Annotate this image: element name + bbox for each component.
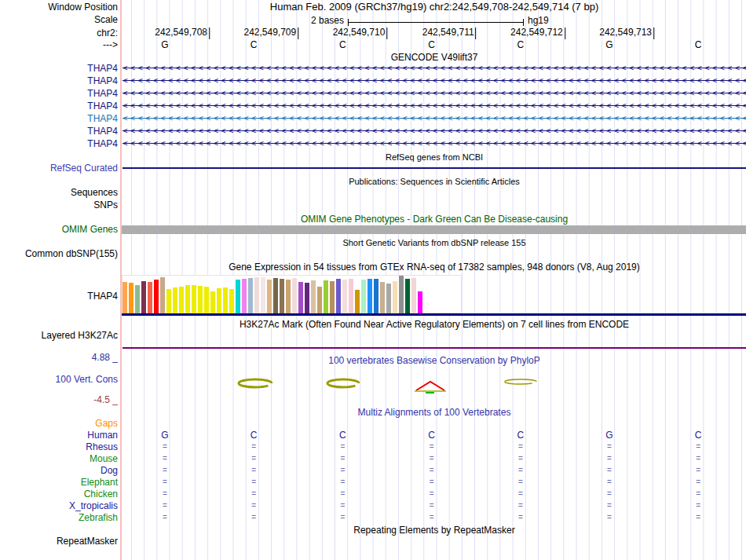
gtex-tissue-bar[interactable] bbox=[204, 287, 209, 313]
gtex-tissue-bar[interactable] bbox=[349, 279, 353, 313]
gtex-tissue-bar[interactable] bbox=[129, 283, 133, 313]
species-label-mouse[interactable]: Mouse bbox=[0, 453, 118, 464]
gtex-track-title: Gene Expression in 54 tissues from GTEx … bbox=[123, 262, 746, 273]
transcript-exon-line[interactable]: <<<<<<<<<<<<<<<<<<<<<<<<<<<<<<<<<<<<<<<<… bbox=[123, 137, 746, 150]
gtex-tissue-bar[interactable] bbox=[361, 280, 366, 313]
transcript-exon-line[interactable]: <<<<<<<<<<<<<<<<<<<<<<<<<<<<<<<<<<<<<<<<… bbox=[123, 100, 746, 112]
gtex-tissue-bar[interactable] bbox=[286, 280, 291, 313]
gtex-tissue-bar[interactable] bbox=[342, 280, 347, 313]
transcript-exon-line[interactable]: <<<<<<<<<<<<<<<<<<<<<<<<<<<<<<<<<<<<<<<<… bbox=[123, 87, 746, 100]
gtex-tissue-bar[interactable] bbox=[305, 283, 309, 313]
gtex-tissue-bar[interactable] bbox=[386, 284, 391, 313]
alignment-identity-mark: = bbox=[696, 467, 700, 474]
gtex-tissue-bar[interactable] bbox=[324, 280, 328, 313]
gtex-tissue-bar[interactable] bbox=[380, 282, 385, 313]
gtex-tissue-bar[interactable] bbox=[242, 279, 247, 313]
gtex-tissue-bar[interactable] bbox=[298, 282, 303, 313]
alignment-identity-mark: = bbox=[163, 502, 167, 510]
gtex-tissue-bar[interactable] bbox=[248, 278, 253, 313]
multiz-track-title: Multiz Alignments of 100 Vertebrates bbox=[123, 407, 746, 418]
gtex-tissue-bar[interactable] bbox=[261, 277, 265, 313]
gtex-tissue-bar[interactable] bbox=[267, 280, 272, 313]
gtex-gene-label[interactable]: THAP4 bbox=[0, 291, 118, 302]
omim-genes-label[interactable]: OMIM Genes bbox=[0, 224, 118, 235]
gtex-tissue-bar[interactable] bbox=[418, 291, 422, 313]
transcript-label[interactable]: THAP4 bbox=[0, 113, 118, 124]
gtex-tissue-bar[interactable] bbox=[311, 280, 316, 313]
gtex-tissue-bar[interactable] bbox=[185, 285, 190, 313]
transcript-label[interactable]: THAP4 bbox=[0, 101, 118, 112]
gtex-tissue-bar[interactable] bbox=[192, 285, 196, 313]
gtex-tissue-bar[interactable] bbox=[210, 291, 215, 313]
gtex-tissue-bar[interactable] bbox=[273, 278, 278, 313]
gtex-tissue-bar[interactable] bbox=[148, 282, 152, 313]
gtex-tissue-bar[interactable] bbox=[135, 285, 140, 313]
species-label-human[interactable]: Human bbox=[0, 430, 118, 441]
alignment-identity-mark: = bbox=[340, 443, 345, 451]
transcript-label[interactable]: THAP4 bbox=[0, 126, 118, 137]
gtex-tissue-bar[interactable] bbox=[355, 290, 360, 313]
omim-gene-bar[interactable] bbox=[122, 225, 746, 234]
species-label-zebrafish[interactable]: Zebrafish bbox=[0, 512, 118, 523]
gtex-tissue-bar[interactable] bbox=[217, 288, 221, 313]
species-label-x_tropicalis[interactable]: X_tropicalis bbox=[0, 500, 118, 511]
transcript-exon-line[interactable]: <<<<<<<<<<<<<<<<<<<<<<<<<<<<<<<<<<<<<<<<… bbox=[123, 112, 746, 125]
transcript-label[interactable]: THAP4 bbox=[0, 63, 118, 74]
gtex-tissue-bar[interactable] bbox=[123, 282, 127, 313]
alignment-identity-mark: = bbox=[430, 467, 434, 474]
gtex-tissue-bar[interactable] bbox=[160, 277, 165, 313]
gtex-tissue-bar[interactable] bbox=[166, 289, 171, 313]
gtex-tissue-bar[interactable] bbox=[405, 279, 410, 313]
repeatmasker-track-title: Repeating Elements by RepeatMasker bbox=[123, 525, 746, 536]
multiz-gaps-label[interactable]: Gaps bbox=[0, 418, 118, 429]
h3k27ac-signal-line[interactable] bbox=[123, 347, 746, 349]
gtex-tissue-bar[interactable] bbox=[330, 281, 335, 313]
transcript-exon-line[interactable]: <<<<<<<<<<<<<<<<<<<<<<<<<<<<<<<<<<<<<<<<… bbox=[123, 62, 746, 75]
refseq-curated-label[interactable]: RefSeq Curated bbox=[0, 163, 118, 174]
transcript-label[interactable]: THAP4 bbox=[0, 138, 118, 149]
gtex-tissue-bar[interactable] bbox=[236, 280, 240, 313]
gtex-tissue-bar[interactable] bbox=[141, 281, 146, 313]
alignment-identity-mark: = bbox=[163, 478, 167, 486]
alignment-identity-mark: = bbox=[607, 514, 612, 522]
species-label-rhesus[interactable]: Rhesus bbox=[0, 441, 118, 452]
gtex-tissue-bar[interactable] bbox=[317, 287, 322, 313]
gtex-tissue-bar[interactable] bbox=[154, 280, 159, 313]
transcript-label[interactable]: THAP4 bbox=[0, 75, 118, 86]
species-label-dog[interactable]: Dog bbox=[0, 465, 118, 476]
gtex-tissue-bar[interactable] bbox=[173, 287, 177, 313]
gtex-tissue-bar[interactable] bbox=[198, 286, 203, 313]
gtex-tissue-bar[interactable] bbox=[374, 279, 378, 313]
species-label-chicken[interactable]: Chicken bbox=[0, 489, 118, 500]
gtex-tissue-bar[interactable] bbox=[411, 278, 416, 313]
aligned-base: G bbox=[605, 430, 613, 441]
snps-label[interactable]: SNPs bbox=[0, 199, 118, 210]
gencode-track-title: GENCODE V49lift37 bbox=[123, 52, 746, 63]
aligned-base: C bbox=[517, 430, 524, 441]
phylop-track-label[interactable]: 100 Vert. Cons bbox=[0, 374, 118, 385]
gtex-tissue-bar[interactable] bbox=[368, 279, 372, 313]
gtex-tissue-bar[interactable] bbox=[399, 276, 404, 313]
common-dbsnp-label[interactable]: Common dbSNP(155) bbox=[0, 248, 118, 259]
repeatmasker-label[interactable]: RepeatMasker bbox=[0, 536, 118, 547]
sequences-label[interactable]: Sequences bbox=[0, 187, 118, 198]
transcript-exon-line[interactable]: <<<<<<<<<<<<<<<<<<<<<<<<<<<<<<<<<<<<<<<<… bbox=[123, 125, 746, 137]
gtex-tissue-bar[interactable] bbox=[280, 279, 284, 313]
refseq-curated-item[interactable] bbox=[123, 167, 746, 169]
gtex-tissue-bar[interactable] bbox=[229, 289, 234, 313]
alignment-identity-mark: = bbox=[696, 443, 700, 451]
gtex-tissue-bar[interactable] bbox=[223, 287, 228, 313]
gtex-tissue-bar[interactable] bbox=[336, 279, 341, 313]
transcript-label[interactable]: THAP4 bbox=[0, 88, 118, 99]
gtex-tissue-bar[interactable] bbox=[292, 278, 297, 313]
transcript-exon-line[interactable]: <<<<<<<<<<<<<<<<<<<<<<<<<<<<<<<<<<<<<<<<… bbox=[123, 75, 746, 87]
species-label-elephant[interactable]: Elephant bbox=[0, 477, 118, 488]
gtex-tissue-bar[interactable] bbox=[179, 287, 184, 313]
layered-h3k27ac-label[interactable]: Layered H3K27Ac bbox=[0, 330, 118, 341]
alignment-identity-mark: = bbox=[163, 514, 167, 522]
gtex-tissue-bar[interactable] bbox=[393, 281, 397, 313]
gtex-expression-bars[interactable] bbox=[123, 275, 437, 313]
gtex-tissue-bar[interactable] bbox=[254, 277, 259, 313]
reference-base: C bbox=[339, 39, 346, 50]
coordinate-tick: 242,549,713 bbox=[599, 27, 654, 39]
